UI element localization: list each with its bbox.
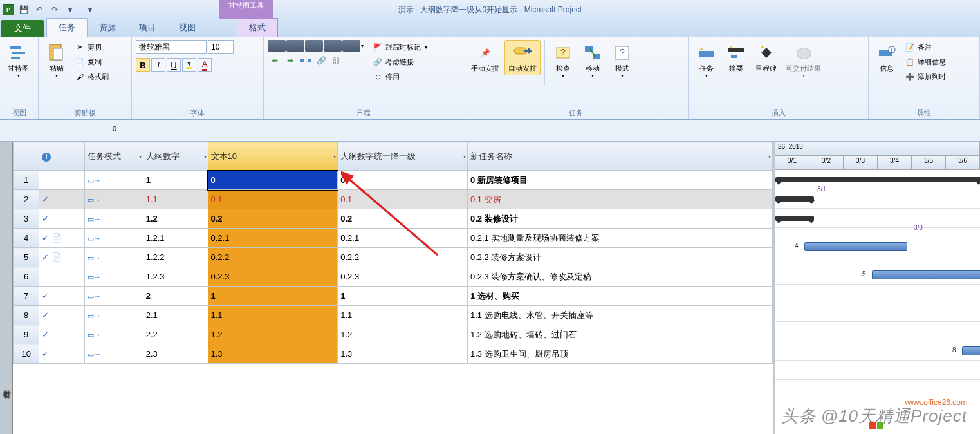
insert-milestone-button[interactable]: 里程碑 <box>752 40 781 75</box>
cell-newname[interactable]: 1.3 选购卫生间、厨房吊顶 <box>467 344 772 364</box>
gantt-view-button[interactable]: 甘特图 ▾ <box>4 40 33 81</box>
inspect-button[interactable]: ? 检查▾ <box>549 40 577 81</box>
cell-info[interactable]: ✓ 📄 <box>39 248 85 267</box>
gantt-row[interactable] <box>775 285 980 322</box>
italic-button[interactable]: I <box>151 58 165 72</box>
track-mark-button[interactable]: 🚩跟踪时标记▾ <box>370 40 430 54</box>
tab-file[interactable]: 文件 <box>1 20 44 37</box>
manual-schedule-button[interactable]: 📌 手动安排 <box>467 40 503 75</box>
tab-task[interactable]: 任务 <box>46 18 88 37</box>
respect-links-button[interactable]: 🔗考虑链接 <box>370 55 430 69</box>
tab-format[interactable]: 格式 <box>237 18 278 37</box>
cell-text10[interactable]: 0.2.3 <box>208 267 338 287</box>
gantt-bar[interactable] <box>804 242 907 251</box>
cell-outline[interactable]: 1.2.2 <box>143 248 208 267</box>
bgcolor-button[interactable] <box>182 58 196 72</box>
cell-outline2[interactable]: 0.2.2 <box>338 248 468 267</box>
cell-outline2[interactable]: 0.2 <box>338 209 468 229</box>
cell-newname[interactable]: 0 新房装修项目 <box>467 171 772 190</box>
gantt-row[interactable] <box>775 361 980 380</box>
cell-outline[interactable]: 2.2 <box>143 325 208 344</box>
undo-button[interactable]: ↶ <box>32 3 46 17</box>
cell-newname[interactable]: 0.2.2 装修方案设计 <box>467 248 772 267</box>
cell-newname[interactable]: 0.2.3 装修方案确认、修改及定稿 <box>467 267 772 287</box>
header-mode[interactable]: 任务模式▾ <box>84 142 143 171</box>
underline-button[interactable]: U <box>167 58 181 72</box>
gantt-bar[interactable] <box>775 177 980 182</box>
cell-mode[interactable]: ▭→ <box>84 171 143 190</box>
table-row[interactable]: 9✓▭→2.21.21.21.2 选购地砖、墙砖、过门石 <box>14 325 773 344</box>
cell-outline2[interactable]: 0.2.3 <box>338 267 468 287</box>
table-row[interactable]: 8✓▭→2.11.11.11.1 选购电线、水管、开关插座等 <box>14 306 773 325</box>
cell-mode[interactable]: ▭→ <box>84 267 143 287</box>
cell-mode[interactable]: ▭→ <box>84 248 143 267</box>
gantt-bar[interactable] <box>962 346 980 355</box>
outdent-button[interactable]: ⬅ <box>268 54 282 67</box>
insert-summary-button[interactable]: 摘要 <box>722 40 750 75</box>
row-number[interactable]: 1 <box>14 171 39 190</box>
cell-outline2[interactable]: 1 <box>338 287 468 306</box>
row-number[interactable]: 2 <box>14 190 39 209</box>
gantt-bar[interactable] <box>775 196 814 202</box>
gantt-row[interactable] <box>775 341 980 361</box>
header-outline2[interactable]: 大纲数字统一降一级▾ <box>338 142 468 171</box>
header-info[interactable]: i <box>39 142 85 171</box>
cell-outline2[interactable]: 1.2 <box>338 325 468 344</box>
table-row[interactable]: 3✓▭→1.20.20.20.2 装修设计 <box>14 209 773 229</box>
header-rownum[interactable] <box>14 142 39 171</box>
unlink-button[interactable]: ⛓ <box>329 54 344 67</box>
task-grid[interactable]: i 任务模式▾ 大纲数字▾ 文本10▾ 大纲数字统一降一级▾ 新任务名称▾ 1▭… <box>13 142 775 434</box>
cell-info[interactable]: ✓ <box>39 190 85 209</box>
cell-mode[interactable]: ▭→ <box>84 344 143 364</box>
table-row[interactable]: 4✓ 📄▭→1.2.10.2.10.2.10.2.1 实地测量及现场协商装修方案 <box>14 229 773 248</box>
cell-info[interactable]: ✓ <box>39 325 85 344</box>
mode-button[interactable]: ? 模式▾ <box>608 40 636 81</box>
cell-outline[interactable]: 1.2.3 <box>143 267 208 287</box>
zoom-50[interactable] <box>305 40 323 52</box>
save-button[interactable]: 💾 <box>17 3 31 17</box>
table-row[interactable]: 1▭→1000 新房装修项目 <box>14 171 773 190</box>
cell-newname[interactable]: 1.1 选购电线、水管、开关插座等 <box>467 306 772 325</box>
insert-task-button[interactable]: 任务▾ <box>692 40 721 81</box>
add-to-timeline-button[interactable]: ➕添加到时 <box>902 70 948 84</box>
cell-mode[interactable]: ▭→ <box>84 190 143 209</box>
cell-mode[interactable]: ▭→ <box>84 209 143 229</box>
tab-view[interactable]: 视图 <box>167 19 207 37</box>
cell-newname[interactable]: 1 选材、购买 <box>467 287 772 306</box>
redo-button[interactable]: ↷ <box>48 3 62 17</box>
split-button[interactable] <box>299 54 313 67</box>
zoom-25[interactable] <box>286 40 304 52</box>
cell-mode[interactable]: ▭→ <box>84 325 143 344</box>
bold-button[interactable]: B <box>136 58 150 72</box>
side-tab-gantt[interactable]: 甘特图 <box>0 142 13 434</box>
row-number[interactable]: 3 <box>14 209 39 229</box>
cell-outline2[interactable]: 0.1 <box>338 190 468 209</box>
cell-newname[interactable]: 1.2 选购地砖、墙砖、过门石 <box>467 325 772 344</box>
qat-more2[interactable]: ▾ <box>83 3 97 17</box>
cell-info[interactable]: ✓ 📄 <box>39 229 85 248</box>
details-button[interactable]: 📋详细信息 <box>902 55 948 69</box>
cell-outline2[interactable]: 1.3 <box>338 344 468 364</box>
table-row[interactable]: 7✓▭→2111 选材、购买 <box>14 287 773 306</box>
cell-info[interactable]: ✓ <box>39 287 85 306</box>
qat-more[interactable]: ▾ <box>63 3 77 17</box>
header-outline[interactable]: 大纲数字▾ <box>143 142 208 171</box>
row-number[interactable]: 7 <box>14 287 39 306</box>
row-number[interactable]: 10 <box>14 344 39 364</box>
auto-schedule-button[interactable]: 自动安排 <box>504 40 541 75</box>
cell-outline[interactable]: 1.1 <box>143 190 208 209</box>
header-text10[interactable]: 文本10▾ <box>208 142 338 171</box>
cell-text10[interactable]: 0.2 <box>208 209 338 229</box>
cell-outline[interactable]: 1.2.1 <box>143 229 208 248</box>
info-button[interactable]: i 信息 <box>873 40 901 75</box>
table-row[interactable]: 5✓ 📄▭→1.2.20.2.20.2.20.2.2 装修方案设计 <box>14 248 773 267</box>
cell-outline[interactable]: 2.3 <box>143 344 208 364</box>
cell-text10[interactable]: 1.2 <box>208 325 338 344</box>
cell-outline[interactable]: 2.1 <box>143 306 208 325</box>
cell-text10[interactable]: 0.2.2 <box>208 248 338 267</box>
cell-text10[interactable]: 1.1 <box>208 306 338 325</box>
cell-outline[interactable]: 2 <box>143 287 208 306</box>
font-name-select[interactable] <box>136 40 207 54</box>
cell-text10[interactable]: 0 <box>208 171 338 190</box>
gantt-row[interactable] <box>775 322 980 341</box>
